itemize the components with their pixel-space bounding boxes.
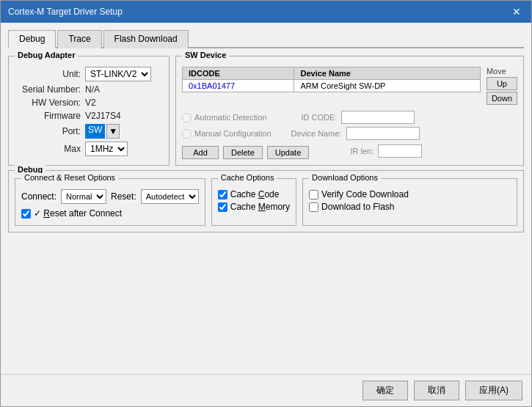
connect-reset-legend: Connect & Reset Options: [21, 173, 118, 182]
update-button[interactable]: Update: [267, 146, 309, 159]
add-button[interactable]: Add: [182, 146, 219, 159]
cache-options-legend: Cache Options: [218, 173, 277, 182]
main-window: Cortex-M Target Driver Setup ✕ Debug Tra…: [0, 0, 532, 407]
connect-reset-group: Connect & Reset Options Connect: Normal …: [15, 178, 205, 226]
delete-button[interactable]: Delete: [223, 146, 263, 159]
sw-device-table: IDCODE Device Name 0x1BA01477 ARM CoreSi…: [182, 67, 481, 92]
firmware-value: V2J17S4: [85, 111, 121, 121]
firmware-label: Firmware: [15, 111, 81, 121]
tab-debug[interactable]: Debug: [8, 30, 56, 48]
hw-label: HW Version:: [15, 98, 81, 108]
connect-select[interactable]: Normal: [61, 189, 106, 204]
close-button[interactable]: ✕: [509, 6, 524, 18]
tab-trace[interactable]: Trace: [57, 30, 101, 48]
port-label: Port:: [15, 126, 81, 136]
tab-flash-download[interactable]: Flash Download: [103, 30, 189, 48]
table-row: 0x1BA01477 ARM CoreSight SW-DP: [183, 80, 481, 92]
verify-code-label: Verify Code Download: [321, 189, 409, 199]
cancel-button[interactable]: 取消: [414, 381, 459, 400]
table-col-device-name: Device Name: [294, 67, 480, 80]
max-select-wrap[interactable]: 1MHz: [85, 142, 128, 156]
ir-len-label: IR len:: [315, 147, 374, 155]
move-down-button[interactable]: Down: [487, 92, 517, 105]
download-flash-label: Download to Flash: [321, 202, 394, 212]
tab-bar: Debug Trace Flash Download: [8, 29, 524, 48]
debug-adapter-group: Debug Adapter Unit: ST-LINK/V2 Serial Nu…: [8, 56, 170, 166]
title-bar: Cortex-M Target Driver Setup ✕: [1, 1, 531, 23]
id-code-input[interactable]: [341, 111, 415, 124]
reset-label: Reset:: [111, 191, 136, 202]
download-flash-checkbox[interactable]: [309, 202, 318, 212]
unit-select[interactable]: ST-LINK/V2: [86, 67, 150, 81]
auto-detect-radio[interactable]: [182, 113, 192, 122]
sw-device-group: SW Device IDCODE Device Name: [175, 56, 524, 166]
unit-select-wrap[interactable]: ST-LINK/V2: [85, 67, 151, 81]
ir-len-input[interactable]: [378, 144, 422, 158]
table-col-idcode: IDCODE: [183, 67, 294, 80]
apply-button[interactable]: 应用(A): [465, 381, 522, 400]
debug-section: Debug Connect & Reset Options Connect: N…: [8, 170, 524, 232]
auto-detect-label: Automatic Detection: [194, 113, 266, 122]
table-device-name-value: ARM CoreSight SW-DP: [294, 80, 480, 92]
reset-select[interactable]: Autodetect: [141, 189, 199, 204]
debug-adapter-legend: Debug Adapter: [15, 51, 78, 59]
window-title: Cortex-M Target Driver Setup: [8, 7, 123, 17]
manual-config-radio[interactable]: [182, 129, 192, 139]
cache-code-label: Cache Code: [230, 189, 280, 199]
move-up-button[interactable]: Up: [487, 77, 517, 90]
max-select[interactable]: 1MHz: [86, 142, 127, 155]
serial-value: N/A: [85, 84, 100, 95]
manual-config-label: Manual Configuration: [194, 129, 272, 138]
id-code-label: ID CODE:: [278, 113, 337, 122]
footer: 确定 取消 应用(A): [1, 374, 531, 406]
download-options-legend: Download Options: [309, 173, 381, 182]
cache-code-checkbox[interactable]: [218, 190, 227, 199]
max-label: Max: [15, 144, 81, 154]
reset-after-connect-label: ✓ Reset after Connect: [34, 208, 122, 219]
download-options-group: Download Options Verify Code Download Do…: [302, 178, 517, 226]
table-idcode-value: 0x1BA01477: [183, 80, 294, 92]
ok-button[interactable]: 确定: [362, 381, 408, 400]
cache-memory-checkbox[interactable]: [218, 202, 227, 212]
device-name-input[interactable]: [346, 127, 420, 140]
device-name-label: Device Name:: [283, 129, 342, 138]
manual-config-radio-item[interactable]: Manual Configuration: [182, 127, 272, 140]
verify-code-checkbox[interactable]: [309, 190, 318, 199]
cache-memory-label: Cache Memory: [230, 202, 290, 212]
serial-label: Serial Number:: [15, 84, 81, 95]
sw-device-legend: SW Device: [182, 51, 229, 59]
hw-value: V2: [85, 98, 96, 108]
cache-options-group: Cache Options Cache Code Cache Memory: [211, 178, 296, 226]
connect-label: Connect:: [21, 191, 57, 202]
port-dropdown-arrow[interactable]: ▼: [106, 124, 120, 139]
move-label: Move: [487, 67, 517, 76]
unit-label: Unit:: [15, 69, 81, 79]
port-sw-value: SW: [85, 124, 105, 139]
auto-detect-radio-item[interactable]: Automatic Detection: [182, 111, 266, 124]
reset-after-connect-checkbox[interactable]: [21, 209, 31, 219]
